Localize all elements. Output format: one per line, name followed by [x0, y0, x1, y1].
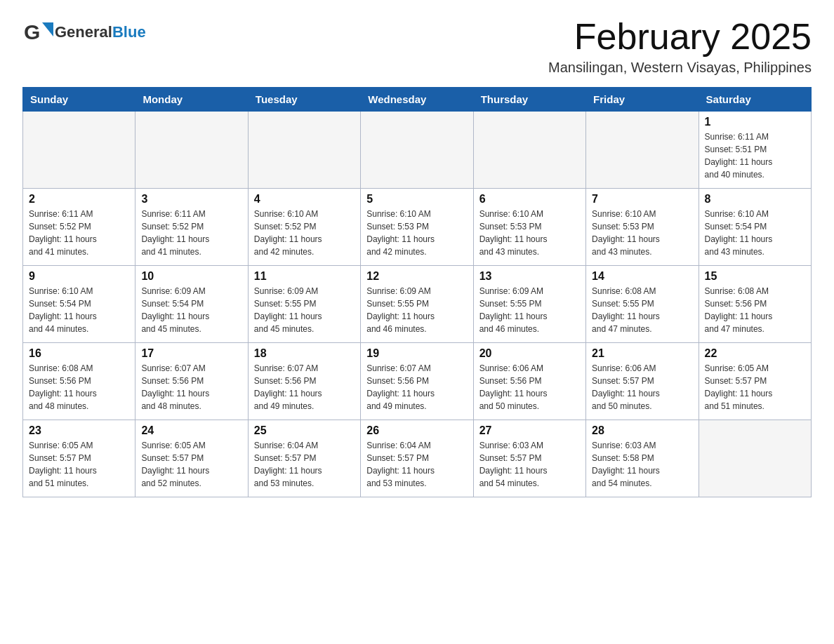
logo-general-text: General	[55, 23, 112, 41]
weekday-header-monday: Monday	[135, 88, 248, 112]
day-info: Sunrise: 6:06 AMSunset: 5:56 PMDaylight:…	[479, 362, 580, 412]
day-info: Sunrise: 6:04 AMSunset: 5:57 PMDaylight:…	[254, 439, 355, 490]
calendar-cell	[361, 112, 473, 189]
subtitle: Mansilingan, Western Visayas, Philippine…	[548, 60, 812, 76]
title-area: February 2025 Mansilingan, Western Visay…	[548, 17, 812, 76]
week-row-0: 1Sunrise: 6:11 AMSunset: 5:51 PMDaylight…	[23, 112, 812, 189]
day-number: 11	[254, 270, 355, 283]
day-info: Sunrise: 6:10 AMSunset: 5:52 PMDaylight:…	[254, 208, 355, 258]
calendar-cell: 3Sunrise: 6:11 AMSunset: 5:52 PMDaylight…	[135, 189, 248, 266]
day-number: 23	[29, 424, 129, 437]
calendar-cell: 7Sunrise: 6:10 AMSunset: 5:53 PMDaylight…	[586, 189, 699, 266]
weekday-header-tuesday: Tuesday	[248, 88, 360, 112]
calendar-cell: 25Sunrise: 6:04 AMSunset: 5:57 PMDayligh…	[248, 420, 360, 497]
day-info: Sunrise: 6:09 AMSunset: 5:55 PMDaylight:…	[254, 285, 355, 335]
day-info: Sunrise: 6:05 AMSunset: 5:57 PMDaylight:…	[705, 362, 805, 412]
calendar-cell: 28Sunrise: 6:03 AMSunset: 5:58 PMDayligh…	[586, 420, 699, 497]
weekday-header-row: SundayMondayTuesdayWednesdayThursdayFrid…	[23, 88, 812, 112]
day-number: 4	[254, 193, 355, 206]
logo-blue-text: Blue	[112, 23, 146, 41]
calendar-cell: 8Sunrise: 6:10 AMSunset: 5:54 PMDaylight…	[699, 189, 811, 266]
day-info: Sunrise: 6:07 AMSunset: 5:56 PMDaylight:…	[141, 362, 241, 412]
svg-text:G: G	[24, 20, 40, 43]
calendar-cell: 2Sunrise: 6:11 AMSunset: 5:52 PMDaylight…	[23, 189, 135, 266]
calendar-cell: 10Sunrise: 6:09 AMSunset: 5:54 PMDayligh…	[135, 266, 248, 343]
day-number: 15	[705, 270, 805, 283]
weekday-header-thursday: Thursday	[473, 88, 585, 112]
day-info: Sunrise: 6:11 AMSunset: 5:52 PMDaylight:…	[141, 208, 241, 258]
weekday-header-sunday: Sunday	[23, 88, 135, 112]
calendar-cell: 27Sunrise: 6:03 AMSunset: 5:57 PMDayligh…	[473, 420, 585, 497]
day-info: Sunrise: 6:10 AMSunset: 5:53 PMDaylight:…	[592, 208, 692, 258]
calendar-cell: 1Sunrise: 6:11 AMSunset: 5:51 PMDaylight…	[699, 112, 811, 189]
day-number: 25	[254, 424, 355, 437]
calendar-cell: 12Sunrise: 6:09 AMSunset: 5:55 PMDayligh…	[361, 266, 473, 343]
calendar-cell: 17Sunrise: 6:07 AMSunset: 5:56 PMDayligh…	[135, 343, 248, 420]
day-number: 2	[29, 193, 129, 206]
logo-area: G GeneralBlue	[22, 17, 146, 48]
day-info: Sunrise: 6:10 AMSunset: 5:54 PMDaylight:…	[29, 285, 129, 335]
calendar-cell: 20Sunrise: 6:06 AMSunset: 5:56 PMDayligh…	[473, 343, 585, 420]
day-number: 24	[141, 424, 241, 437]
day-info: Sunrise: 6:07 AMSunset: 5:56 PMDaylight:…	[366, 362, 467, 412]
calendar-cell: 22Sunrise: 6:05 AMSunset: 5:57 PMDayligh…	[699, 343, 811, 420]
day-info: Sunrise: 6:07 AMSunset: 5:56 PMDaylight:…	[254, 362, 355, 412]
day-number: 28	[592, 424, 692, 437]
calendar-cell	[248, 112, 360, 189]
week-row-2: 9Sunrise: 6:10 AMSunset: 5:54 PMDaylight…	[23, 266, 812, 343]
day-number: 12	[366, 270, 467, 283]
day-number: 20	[479, 347, 580, 360]
day-number: 10	[141, 270, 241, 283]
day-number: 17	[141, 347, 241, 360]
day-info: Sunrise: 6:04 AMSunset: 5:57 PMDaylight:…	[366, 439, 467, 490]
logo: G GeneralBlue	[22, 17, 146, 48]
calendar-cell	[699, 420, 811, 497]
week-row-3: 16Sunrise: 6:08 AMSunset: 5:56 PMDayligh…	[23, 343, 812, 420]
calendar-cell: 6Sunrise: 6:10 AMSunset: 5:53 PMDaylight…	[473, 189, 585, 266]
week-row-1: 2Sunrise: 6:11 AMSunset: 5:52 PMDaylight…	[23, 189, 812, 266]
day-number: 5	[366, 193, 467, 206]
day-info: Sunrise: 6:08 AMSunset: 5:56 PMDaylight:…	[705, 285, 805, 335]
calendar-cell: 9Sunrise: 6:10 AMSunset: 5:54 PMDaylight…	[23, 266, 135, 343]
day-number: 1	[705, 116, 805, 128]
day-info: Sunrise: 6:10 AMSunset: 5:54 PMDaylight:…	[705, 208, 805, 258]
day-info: Sunrise: 6:08 AMSunset: 5:56 PMDaylight:…	[29, 362, 129, 412]
day-info: Sunrise: 6:11 AMSunset: 5:52 PMDaylight:…	[29, 208, 129, 258]
day-number: 13	[479, 270, 580, 283]
day-number: 16	[29, 347, 129, 360]
calendar-cell	[135, 112, 248, 189]
day-info: Sunrise: 6:05 AMSunset: 5:57 PMDaylight:…	[141, 439, 241, 490]
calendar-cell: 15Sunrise: 6:08 AMSunset: 5:56 PMDayligh…	[699, 266, 811, 343]
calendar-cell: 24Sunrise: 6:05 AMSunset: 5:57 PMDayligh…	[135, 420, 248, 497]
calendar-cell: 4Sunrise: 6:10 AMSunset: 5:52 PMDaylight…	[248, 189, 360, 266]
day-info: Sunrise: 6:06 AMSunset: 5:57 PMDaylight:…	[592, 362, 692, 412]
calendar-cell: 13Sunrise: 6:09 AMSunset: 5:55 PMDayligh…	[473, 266, 585, 343]
svg-marker-1	[42, 22, 53, 36]
day-info: Sunrise: 6:11 AMSunset: 5:51 PMDaylight:…	[705, 130, 805, 181]
day-number: 7	[592, 193, 692, 206]
day-number: 21	[592, 347, 692, 360]
day-number: 27	[479, 424, 580, 437]
calendar-cell: 19Sunrise: 6:07 AMSunset: 5:56 PMDayligh…	[361, 343, 473, 420]
month-title: February 2025	[548, 17, 812, 57]
weekday-header-friday: Friday	[586, 88, 699, 112]
day-info: Sunrise: 6:03 AMSunset: 5:58 PMDaylight:…	[592, 439, 692, 490]
calendar-cell: 23Sunrise: 6:05 AMSunset: 5:57 PMDayligh…	[23, 420, 135, 497]
day-info: Sunrise: 6:10 AMSunset: 5:53 PMDaylight:…	[366, 208, 467, 258]
day-info: Sunrise: 6:10 AMSunset: 5:53 PMDaylight:…	[479, 208, 580, 258]
logo-icon: G	[22, 17, 53, 48]
day-number: 22	[705, 347, 805, 360]
header: G GeneralBlue February 2025 Mansilingan,…	[22, 17, 812, 76]
calendar-cell: 5Sunrise: 6:10 AMSunset: 5:53 PMDaylight…	[361, 189, 473, 266]
day-number: 18	[254, 347, 355, 360]
day-number: 3	[141, 193, 241, 206]
day-number: 6	[479, 193, 580, 206]
calendar-cell: 21Sunrise: 6:06 AMSunset: 5:57 PMDayligh…	[586, 343, 699, 420]
weekday-header-wednesday: Wednesday	[361, 88, 473, 112]
day-number: 19	[366, 347, 467, 360]
day-number: 9	[29, 270, 129, 283]
day-info: Sunrise: 6:09 AMSunset: 5:54 PMDaylight:…	[141, 285, 241, 335]
calendar-cell	[473, 112, 585, 189]
calendar-cell: 14Sunrise: 6:08 AMSunset: 5:55 PMDayligh…	[586, 266, 699, 343]
calendar-cell	[586, 112, 699, 189]
